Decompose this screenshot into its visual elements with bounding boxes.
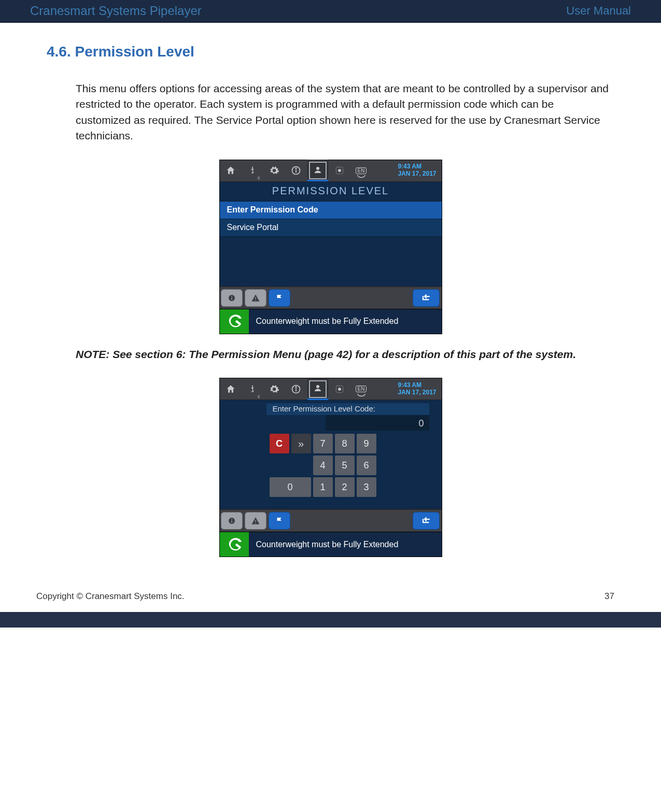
empty-area [220,236,442,286]
section-heading: 4.6. Permission Level [47,44,614,60]
language-icon[interactable]: EN [350,378,372,400]
svg-rect-20 [255,520,256,522]
status-bar: Counterweight must be Fully Extended [220,309,442,334]
status-message: Counterweight must be Fully Extended [249,540,442,549]
info-icon[interactable] [285,160,307,181]
key-empty [291,455,311,475]
svg-point-5 [338,169,341,172]
date-text: JAN 17, 2017 [398,389,436,396]
gear-icon[interactable] [263,160,285,181]
date-text: JAN 17, 2017 [398,170,436,178]
key-3[interactable]: 3 [357,477,376,497]
brightness-icon[interactable] [329,378,350,400]
key-4[interactable]: 4 [313,455,333,475]
back-button[interactable] [413,289,440,307]
info-icon[interactable] [285,378,307,400]
device-bottom-bar [220,286,442,309]
info-button[interactable] [221,289,243,307]
home-icon[interactable] [220,160,242,181]
doc-title-right: User Manual [566,4,631,18]
home-icon[interactable] [220,378,242,400]
note-text: NOTE: See section 6: The Permission Menu… [76,347,609,362]
device-main-2: Enter Permission Level Code: 0 C » 7 8 9… [220,400,442,509]
g-logo-icon [220,532,249,557]
lang-badge: EN [356,386,367,392]
svg-rect-8 [231,297,232,300]
section-number: 4.6. [47,44,71,60]
permission-icon[interactable] [307,160,329,181]
key-2[interactable]: 2 [335,477,355,497]
device-header-2: c EN 9:43 AM [220,378,442,400]
status-bar-2: Counterweight must be Fully Extended [220,532,442,557]
key-0[interactable]: 0 [270,477,311,497]
key-clear[interactable]: C [270,434,289,453]
code-field[interactable]: 0 [326,415,429,431]
key-1[interactable]: 1 [313,477,333,497]
key-6[interactable]: 6 [357,455,376,475]
clock: 9:43 AM JAN 17, 2017 [398,163,441,178]
svg-point-14 [316,385,319,388]
section-body: This menu offers options for accessing a… [76,81,609,144]
key-empty [270,455,289,475]
hook-icon[interactable]: c [242,160,263,181]
info-button[interactable] [221,512,243,530]
device-screenshot-1: c EN 9:43 AM [219,160,442,334]
doc-title-left: Cranesmart Systems Pipelayer [30,4,202,18]
footer-bar [0,612,661,628]
key-5[interactable]: 5 [335,455,355,475]
permission-icon[interactable] [307,378,329,400]
page-footer: Copyright © Cranesmart Systems Inc. 37 [0,573,661,612]
copyright: Copyright © Cranesmart Systems Inc. [36,591,185,602]
key-7[interactable]: 7 [313,434,333,453]
code-prompt: Enter Permission Level Code: [266,403,429,415]
time-text: 9:43 AM [398,163,436,170]
flag-button[interactable] [269,512,290,530]
key-9[interactable]: 9 [357,434,376,453]
brightness-icon[interactable] [329,160,350,181]
screen-title: PERMISSION LEVEL [220,182,442,201]
device-header: c EN 9:43 AM [220,160,442,182]
page-body: 4.6. Permission Level This menu offers o… [0,23,661,573]
svg-rect-19 [231,520,232,523]
device-bottom-bar-2 [220,509,442,532]
hook-icon[interactable]: c [242,378,263,400]
doc-header: Cranesmart Systems Pipelayer User Manual [0,0,661,23]
menu-enter-permission-code[interactable]: Enter Permission Code [220,201,442,219]
svg-point-13 [296,387,297,388]
svg-point-3 [316,167,319,170]
lang-badge: EN [356,167,367,174]
status-message: Counterweight must be Fully Extended [249,317,442,326]
svg-rect-10 [255,300,256,301]
device-main: PERMISSION LEVEL Enter Permission Code S… [220,182,442,286]
svg-rect-18 [231,519,232,520]
svg-rect-21 [255,523,256,524]
key-8[interactable]: 8 [335,434,355,453]
svg-point-2 [296,168,297,169]
svg-rect-9 [255,297,256,299]
warning-button[interactable] [245,289,266,307]
language-icon[interactable]: EN [350,160,372,181]
page-number: 37 [604,591,614,602]
flag-button[interactable] [269,289,290,307]
svg-rect-7 [231,296,232,297]
key-next[interactable]: » [291,434,311,453]
gear-icon[interactable] [263,378,285,400]
section-title: Permission Level [75,44,194,60]
clock: 9:43 AM JAN 17, 2017 [398,382,441,396]
g-logo-icon [220,309,249,334]
keypad: C » 7 8 9 4 5 6 0 1 2 3 [270,434,442,497]
device-screenshot-2: c EN 9:43 AM [219,378,442,557]
time-text: 9:43 AM [398,382,436,389]
menu-service-portal[interactable]: Service Portal [220,219,442,236]
back-button[interactable] [413,512,440,530]
warning-button[interactable] [245,512,266,530]
svg-point-16 [338,388,341,390]
